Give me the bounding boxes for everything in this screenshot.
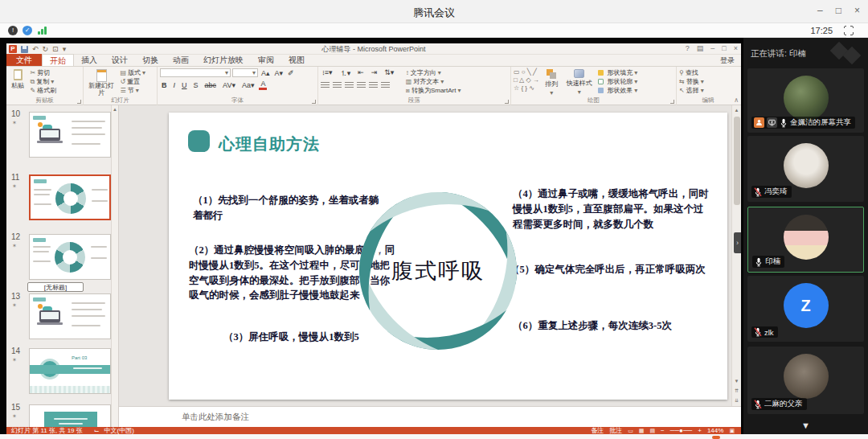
zoom-out-icon[interactable]: − [661,427,665,434]
panel-collapse-handle[interactable]: › [734,232,741,253]
align-right-button[interactable] [345,82,354,89]
tab-slideshow[interactable]: 幻灯片放映 [196,54,251,66]
copy-button[interactable]: ⧉复制 ▾ [30,77,56,86]
font-color-button[interactable]: A [259,80,267,90]
tab-design[interactable]: 设计 [104,54,135,66]
new-slide-button[interactable]: 新建幻灯片 [86,68,117,98]
shape-fill-button[interactable]: 形状填充 ▾ [598,68,637,77]
tab-review[interactable]: 审阅 [251,54,281,66]
next-slide-icon[interactable]: ⇊ [732,396,741,404]
arrange-button[interactable]: 排列▾ [542,68,560,97]
shape-outline-button[interactable]: 形状轮廓 ▾ [598,77,637,86]
help-icon[interactable]: ? [686,44,690,52]
scroll-down-icon[interactable]: ▼ [732,377,741,385]
font-size-select[interactable]: ▾ [232,68,258,77]
ppt-restore-icon[interactable]: □ [722,44,726,52]
slide-thumbnail-14[interactable]: Part 03 [29,348,111,394]
notes-pane[interactable]: 单击此处添加备注 [119,406,741,427]
change-case-button[interactable]: Aa▾ [240,81,256,89]
slide-thumbnail-12[interactable] [29,234,111,280]
normal-view-icon[interactable]: ▭ [628,427,633,434]
select-button[interactable]: ↖选择 ▾ [679,86,704,95]
sign-in-link[interactable]: 登录 [720,55,735,67]
clipboard-dialog-launcher[interactable] [77,100,81,104]
find-button[interactable]: ⚲查找 [679,68,704,77]
outdent-button[interactable]: ⇤ [356,68,366,79]
ribbon-options-icon[interactable]: ▤ [697,44,704,52]
clear-format-button[interactable]: ✐ [286,69,296,77]
shapes-gallery[interactable]: ▭ ○ ╲ ╱ □ △ ◇ → ☆ { } ∿ [514,68,539,92]
scroll-up-icon[interactable]: ▲ [732,106,741,114]
close-icon[interactable]: × [854,5,860,16]
add-column-button[interactable] [381,82,390,89]
underline-button[interactable]: U [180,81,189,89]
slide-thumbnail-11-selected[interactable] [29,174,111,220]
tab-file[interactable]: 文件 [6,54,42,66]
quick-styles-button[interactable]: 快速样式▾ [564,68,595,96]
participant-tile-speaking[interactable]: 印楠 [747,207,864,273]
slide-thumbnail-10[interactable] [29,112,111,158]
section-button[interactable]: ☰节 ▾ [120,86,145,95]
paragraph-dialog-launcher[interactable] [505,100,509,104]
cut-button[interactable]: ✂剪切 [30,68,56,77]
participant-tile[interactable]: Z zlk [747,276,864,342]
sorter-view-icon[interactable]: ▦ [639,427,645,434]
tab-insert[interactable]: 插入 [74,54,104,66]
align-text-button[interactable]: ▥对齐文本 ▾ [406,77,461,86]
paste-button[interactable]: 粘贴 [9,68,27,91]
tab-transitions[interactable]: 切换 [135,54,166,66]
zoom-in-icon[interactable]: + [698,427,702,434]
numbering-button[interactable]: ⒈▾ [338,68,353,79]
font-dialog-launcher[interactable] [312,100,316,104]
security-shield-icon[interactable]: ✓ [23,26,32,35]
columns-button[interactable] [369,82,378,89]
meeting-info-icon[interactable]: ! [8,26,18,35]
fullscreen-icon[interactable] [844,26,854,35]
slide[interactable]: 心理自助方法 （1）先找到一个舒服的姿势，坐着或者躺着都行 （2）通过鼻腔慢慢将… [169,113,727,400]
scroll-up-icon[interactable]: ▲ [112,107,118,112]
tab-view[interactable]: 视图 [281,54,312,66]
tab-animations[interactable]: 动画 [166,54,196,66]
align-left-button[interactable] [321,82,330,89]
notes-toggle[interactable]: 备注 [591,427,604,434]
line-spacing-button[interactable]: ⇅▾ [383,68,395,79]
replace-button[interactable]: ⇆替换 ▾ [679,77,704,86]
shape-effects-button[interactable]: 形状效果 ▾ [598,86,637,95]
tab-home[interactable]: 开始 [42,54,74,66]
format-painter-button[interactable]: ✎格式刷 [30,86,56,95]
thumbnail-scrollbar[interactable]: ▲ [111,105,118,427]
italic-button[interactable]: I [172,81,178,89]
shrink-font-button[interactable]: A▾ [273,69,285,77]
text-direction-button[interactable]: ↕文字方向 ▾ [406,68,461,77]
participant-tile-screen-share[interactable]: 金姵洁的屏幕共享 [747,68,864,133]
bold-button[interactable]: B [160,81,169,89]
align-center-button[interactable] [333,82,342,89]
indent-button[interactable]: ⇥ [370,68,379,79]
slide-thumbnail-13[interactable] [29,293,111,339]
smartart-button[interactable]: ⧈转换为SmartArt ▾ [406,86,461,95]
slide-scrollbar[interactable]: ▲ ▼ ⇈ ⇊ [731,105,741,406]
minimize-icon[interactable]: – [817,5,823,16]
shadow-button[interactable]: S [192,81,200,89]
reading-view-icon[interactable]: ▤ [649,427,655,434]
slide-thumbnail-15[interactable] [29,404,111,427]
language-status[interactable]: 中文(中国) [99,427,133,434]
reset-button[interactable]: ↺重置 [120,77,145,86]
zoom-level[interactable]: 144% [707,427,723,434]
previous-slide-icon[interactable]: ⇈ [732,387,741,395]
font-name-select[interactable]: ▾ [160,68,231,77]
scrollbar-thumb[interactable] [734,117,740,205]
more-participants-icon[interactable]: ▼ [743,421,868,430]
ppt-minimize-icon[interactable]: – [710,44,714,52]
comments-toggle[interactable]: 批注 [609,427,622,434]
drawing-dialog-launcher[interactable] [670,100,674,104]
maximize-icon[interactable]: □ [836,5,841,16]
spellcheck-icon[interactable]: ⌙ [83,427,100,434]
layout-button[interactable]: ▤版式 ▾ [120,68,145,77]
zoom-slider[interactable]: ──●── [670,427,693,434]
collapse-ribbon-icon[interactable]: ∧ [734,96,739,104]
justify-button[interactable] [357,82,366,89]
fit-slide-icon[interactable]: ▣ [729,427,735,434]
strikethrough-button[interactable]: abc [203,81,219,89]
char-spacing-button[interactable]: AV▾ [221,81,237,89]
